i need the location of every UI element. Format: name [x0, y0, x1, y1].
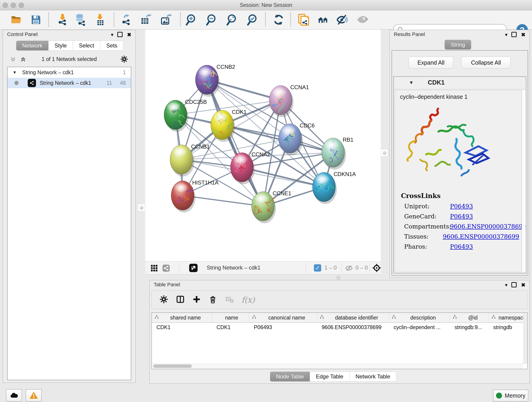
horizontal-splitter-handle[interactable] [336, 276, 341, 280]
tab-edge-table[interactable]: Edge Table [310, 371, 350, 382]
zoom-selected-button[interactable] [246, 13, 260, 26]
table-cell[interactable]: cyclin–dependent ... [389, 323, 450, 332]
tab-select[interactable]: Select [73, 41, 100, 51]
clone-network-button[interactable] [297, 13, 310, 26]
float-panel-icon[interactable] [511, 32, 517, 38]
right-splitter-handle[interactable] [381, 149, 388, 157]
tab-string[interactable]: String [444, 40, 471, 50]
memory-button[interactable]: Memory [493, 390, 528, 402]
delete-column-button[interactable] [209, 295, 217, 305]
import-network-file-button[interactable] [56, 13, 69, 26]
table-cell[interactable]: stringdb [489, 323, 528, 332]
import-network-database-button[interactable] [74, 13, 87, 26]
network-node-ccnb1[interactable]: CCNB1 [170, 143, 210, 177]
selected-checkbox-icon[interactable]: ✓ [314, 264, 321, 272]
add-column-button[interactable] [192, 295, 201, 304]
tab-network-table[interactable]: Network Table [349, 371, 397, 382]
results-scrollbar[interactable] [522, 90, 526, 272]
save-session-button[interactable] [29, 13, 43, 26]
crosslink-link[interactable]: 9606.ENSP00000378699 [450, 223, 526, 230]
column-header-name[interactable]: name [212, 313, 249, 322]
warning-status-button[interactable] [26, 389, 42, 402]
node-table: shared namenamecanonical namedatabase id… [152, 313, 528, 369]
export-network-file-button[interactable] [120, 13, 133, 26]
column-header-namespace[interactable]: namespace [489, 313, 528, 322]
network-edge[interactable] [207, 80, 263, 206]
close-panel-icon[interactable]: ✖ [521, 282, 525, 288]
table-cell[interactable]: 9606.ENSP00000378699 [317, 323, 389, 332]
birdseye-crosshair-icon[interactable] [372, 263, 381, 273]
hide-unhide-button[interactable] [336, 13, 349, 26]
close-panel-icon[interactable]: ✖ [127, 32, 131, 38]
collapse-all-button[interactable]: Collapse All [461, 57, 511, 69]
network-node-ccnb2[interactable]: CCNB2 [196, 64, 235, 97]
export-table-file-button[interactable] [139, 13, 152, 26]
table-cell[interactable]: CDK1 [152, 323, 212, 332]
crosslink-link[interactable]: P06493 [450, 203, 473, 210]
tab-network[interactable]: Network [16, 41, 49, 51]
cloud-status-button[interactable] [6, 389, 22, 402]
crosslink-link[interactable]: P06493 [450, 243, 473, 250]
network-node-cdkn1a[interactable]: CDKN1A [312, 171, 356, 204]
tab-style[interactable]: Style [48, 41, 73, 51]
panel-menu-icon[interactable]: ▾ [111, 32, 114, 38]
zoom-out-button[interactable] [205, 13, 219, 26]
gear-icon[interactable] [120, 55, 128, 63]
export-image-file-button[interactable] [159, 13, 172, 26]
table-cell[interactable]: stringdb:9... [450, 323, 489, 332]
starter-panel-button[interactable] [317, 13, 330, 26]
network-row-selected[interactable]: String Network – cdk1 11 48 [7, 78, 131, 88]
column-header-description[interactable]: description [389, 313, 450, 322]
preview-button[interactable] [356, 13, 369, 26]
network-collection-row[interactable]: ▼ String Network – cdk1 1 [7, 67, 131, 78]
delete-table-button[interactable] [225, 295, 234, 305]
table-horizontal-scrollbar[interactable] [152, 364, 524, 369]
tab-node-table[interactable]: Node Table [270, 371, 310, 382]
function-builder-button[interactable]: f(x) [241, 295, 255, 304]
export-network-icon [120, 13, 133, 26]
float-panel-icon[interactable] [511, 282, 517, 289]
node-section-header[interactable]: ▼ CDK1 [394, 77, 526, 89]
tab-sets[interactable]: Sets [100, 41, 123, 51]
column-header-canonical-name[interactable]: canonical name [249, 313, 317, 322]
column-header-shared-name[interactable]: shared name [152, 313, 212, 322]
close-panel-icon[interactable]: ✖ [521, 32, 525, 38]
section-collapse-icon[interactable]: ▼ [409, 80, 413, 85]
panel-menu-icon[interactable]: ▾ [505, 282, 507, 288]
open-in-window-icon[interactable] [189, 263, 198, 273]
import-table-file-button[interactable] [93, 13, 107, 26]
panel-menu-icon[interactable]: ▾ [505, 32, 507, 38]
show-columns-button[interactable] [176, 295, 185, 305]
network-node-ccna1[interactable]: CCNA1 [269, 84, 309, 117]
network-node-ccne1[interactable]: CCNE1 [252, 190, 291, 223]
crosslink-link[interactable]: 9606.ENSP00000378699 [443, 233, 519, 240]
table-vertical-scrollbar[interactable] [523, 313, 527, 364]
grid-view-icon[interactable] [150, 264, 158, 272]
network-canvas[interactable]: CCNB2CCNA1CDC25BCDK1CDC6RB1CCNB1CCNA2CDK… [145, 30, 381, 261]
column-header-database-identifier[interactable]: database identifier [317, 313, 389, 322]
table-settings-button[interactable] [159, 295, 168, 305]
open-session-button[interactable] [10, 13, 23, 26]
network-node-cdc25b[interactable]: CDC25B [164, 99, 207, 132]
expand-all-button[interactable]: Expand All [409, 57, 453, 69]
scrollbar-thumb[interactable] [153, 364, 192, 368]
collapse-triangle-icon[interactable]: ▼ [13, 70, 17, 75]
table-cell[interactable]: P06493 [249, 323, 317, 332]
node-label: CDKN1A [334, 171, 356, 177]
memory-label: Memory [505, 392, 525, 399]
column-header--id[interactable]: @id [450, 313, 489, 322]
cloud-icon [9, 391, 19, 400]
zoom-in-button[interactable] [185, 13, 198, 26]
network-node-rb1[interactable]: RB1 [322, 137, 354, 170]
hidden-eye-icon[interactable] [345, 264, 353, 272]
table-row[interactable]: CDK1CDK1P064939606.ENSP00000378699cyclin… [152, 323, 527, 332]
network-node-hist1h1a[interactable]: HIST1H1A [171, 179, 219, 212]
fit-content-button[interactable] [226, 13, 239, 26]
refresh-view-button[interactable] [272, 13, 285, 26]
warning-icon [29, 391, 38, 400]
share-view-icon[interactable] [162, 264, 170, 272]
table-cell[interactable]: CDK1 [212, 323, 249, 332]
crosslink-link[interactable]: P06493 [450, 213, 473, 220]
float-panel-icon[interactable] [117, 32, 123, 38]
left-splitter-handle[interactable] [138, 204, 145, 211]
